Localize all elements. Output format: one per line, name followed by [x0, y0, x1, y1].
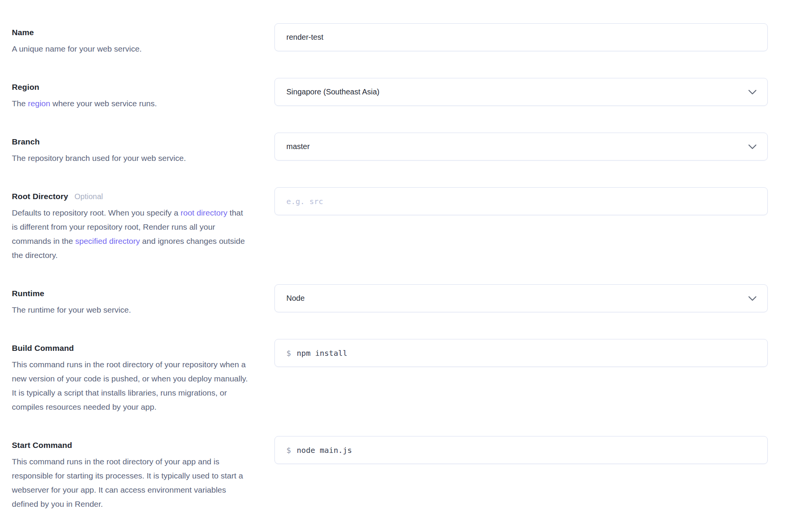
name-input[interactable]: [275, 23, 768, 51]
branch-select-value: master: [286, 142, 310, 151]
start-command-field-label: Start Command: [12, 441, 72, 449]
runtime-field-label: Runtime: [12, 289, 44, 298]
root-directory-field-text: Root Directory Optional Defaults to repo…: [12, 187, 249, 262]
build-command-input[interactable]: $: [275, 339, 768, 367]
form-row-build-command: Build Command This command runs in the r…: [12, 339, 768, 414]
chevron-down-icon: [748, 89, 757, 95]
runtime-select[interactable]: Node: [275, 284, 768, 312]
form-row-root-directory: Root Directory Optional Defaults to repo…: [12, 187, 768, 262]
name-field-description: A unique name for your web service.: [12, 42, 249, 56]
description-text: The: [12, 99, 28, 108]
description-text: The runtime for your web service.: [12, 305, 131, 314]
description-text: This command runs in the root directory …: [12, 457, 243, 508]
description-text: This command runs in the root directory …: [12, 360, 248, 411]
start-command-field[interactable]: [297, 436, 756, 464]
region-select[interactable]: Singapore (Southeast Asia): [275, 78, 768, 106]
build-command-field-text: Build Command This command runs in the r…: [12, 339, 249, 414]
root-directory-field-description: Defaults to repository root. When you sp…: [12, 206, 249, 262]
build-command-field[interactable]: [297, 339, 756, 367]
shell-prompt-prefix: $: [286, 349, 291, 358]
specified-directory-link[interactable]: specified directory: [75, 237, 140, 245]
service-settings-form: Name A unique name for your web service.…: [0, 0, 796, 511]
region-select-value: Singapore (Southeast Asia): [286, 88, 380, 96]
name-field-label: Name: [12, 28, 34, 37]
form-row-branch: Branch The repository branch used for yo…: [12, 133, 768, 165]
start-command-field-text: Start Command This command runs in the r…: [12, 436, 249, 511]
root-directory-field-label: Root Directory: [12, 192, 68, 201]
build-command-field-description: This command runs in the root directory …: [12, 357, 249, 414]
chevron-down-icon: [748, 144, 757, 149]
branch-field-label: Branch: [12, 137, 40, 146]
shell-prompt-prefix: $: [286, 446, 291, 455]
root-directory-link[interactable]: root directory: [180, 208, 227, 217]
build-command-field-label: Build Command: [12, 344, 74, 352]
runtime-field-text: Runtime The runtime for your web service…: [12, 284, 249, 317]
chevron-down-icon: [748, 296, 757, 301]
region-link[interactable]: region: [28, 99, 50, 108]
region-field-label: Region: [12, 83, 39, 91]
region-field-description: The region where your web service runs.: [12, 96, 249, 110]
description-text: Defaults to repository root. When you sp…: [12, 208, 180, 217]
branch-field-text: Branch The repository branch used for yo…: [12, 133, 249, 165]
form-row-name: Name A unique name for your web service.: [12, 23, 768, 56]
runtime-field-description: The runtime for your web service.: [12, 303, 249, 317]
form-row-runtime: Runtime The runtime for your web service…: [12, 284, 768, 317]
form-row-start-command: Start Command This command runs in the r…: [12, 436, 768, 511]
description-text: A unique name for your web service.: [12, 44, 142, 53]
branch-select[interactable]: master: [275, 133, 768, 161]
start-command-field-description: This command runs in the root directory …: [12, 454, 249, 511]
description-text: where your web service runs.: [50, 99, 157, 108]
start-command-input[interactable]: $: [275, 436, 768, 464]
branch-field-description: The repository branch used for your web …: [12, 151, 249, 165]
region-field-text: Region The region where your web service…: [12, 78, 249, 110]
runtime-select-value: Node: [286, 294, 305, 303]
root-directory-input[interactable]: [275, 187, 768, 215]
description-text: The repository branch used for your web …: [12, 154, 186, 162]
optional-tag: Optional: [75, 192, 103, 201]
name-field-text: Name A unique name for your web service.: [12, 23, 249, 56]
form-row-region: Region The region where your web service…: [12, 78, 768, 110]
